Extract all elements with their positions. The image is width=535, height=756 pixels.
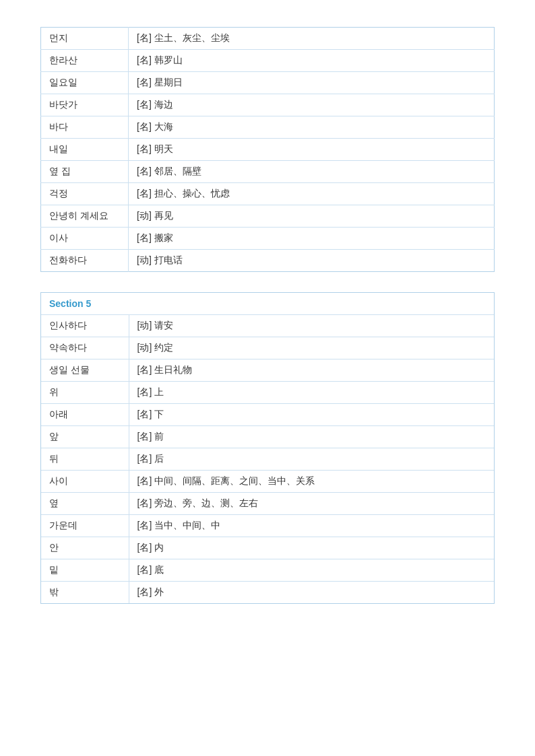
vocabulary-table-1: 먼지[名] 尘土、灰尘、尘埃한라산[名] 韩罗山일요일[名] 星期日바닷가[名]… (40, 27, 495, 272)
section5-table: 인사하다[动] 请安약속하다[动] 约定생일 선물[名] 生日礼物위[名] 上아… (41, 315, 494, 603)
table-row: 안녕히 계세요[动] 再见 (41, 205, 495, 228)
chinese-definition: [名] 下 (129, 404, 494, 426)
chinese-definition: [名] 星期日 (129, 72, 495, 94)
chinese-definition: [名] 搬家 (129, 228, 495, 250)
korean-term: 인사하다 (41, 315, 129, 337)
table-row: 인사하다[动] 请安 (41, 315, 494, 337)
chinese-definition: [名] 韩罗山 (129, 50, 495, 72)
korean-term: 밑 (41, 559, 129, 582)
table-row: 위[名] 上 (41, 382, 494, 404)
korean-term: 약속하다 (41, 337, 129, 359)
korean-term: 한라산 (41, 50, 129, 72)
table-row: 옆 집[名] 邻居、隔壁 (41, 161, 495, 183)
chinese-definition: [动] 再见 (129, 205, 495, 228)
section5-title: Section 5 (41, 293, 494, 315)
chinese-definition: [名] 海边 (129, 94, 495, 116)
korean-term: 안녕히 계세요 (41, 205, 129, 228)
table-row: 전화하다[动] 打电话 (41, 250, 495, 272)
chinese-definition: [名] 底 (129, 559, 494, 582)
chinese-definition: [名] 生日礼物 (129, 359, 494, 382)
korean-term: 내일 (41, 139, 129, 161)
table-row: 바다[名] 大海 (41, 116, 495, 139)
korean-term: 옆 집 (41, 161, 129, 183)
chinese-definition: [名] 前 (129, 426, 494, 448)
chinese-definition: [动] 请安 (129, 315, 494, 337)
chinese-definition: [名] 当中、中间、中 (129, 515, 494, 537)
korean-term: 아래 (41, 404, 129, 426)
korean-term: 가운데 (41, 515, 129, 537)
section5-block: Section 5 인사하다[动] 请安약속하다[动] 约定생일 선물[名] 生… (40, 292, 495, 604)
korean-term: 생일 선물 (41, 359, 129, 382)
korean-term: 이사 (41, 228, 129, 250)
table-row: 앞[名] 前 (41, 426, 494, 448)
korean-term: 먼지 (41, 28, 129, 50)
table-row: 가운데[名] 当中、中间、中 (41, 515, 494, 537)
chinese-definition: [名] 中间、间隔、距离、之间、当中、关系 (129, 471, 494, 493)
korean-term: 바다 (41, 116, 129, 139)
table-row: 바닷가[名] 海边 (41, 94, 495, 116)
table-row: 한라산[名] 韩罗山 (41, 50, 495, 72)
chinese-definition: [动] 约定 (129, 337, 494, 359)
table-row: 밖[名] 外 (41, 582, 494, 604)
korean-term: 위 (41, 382, 129, 404)
chinese-definition: [名] 内 (129, 537, 494, 559)
table-row: 뒤[名] 后 (41, 448, 494, 471)
korean-term: 밖 (41, 582, 129, 604)
table-row: 일요일[名] 星期日 (41, 72, 495, 94)
korean-term: 안 (41, 537, 129, 559)
table-row: 먼지[名] 尘土、灰尘、尘埃 (41, 28, 495, 50)
chinese-definition: [名] 大海 (129, 116, 495, 139)
chinese-definition: [名] 旁边、旁、边、测、左右 (129, 493, 494, 515)
table-row: 약속하다[动] 约定 (41, 337, 494, 359)
korean-term: 앞 (41, 426, 129, 448)
chinese-definition: [名] 尘土、灰尘、尘埃 (129, 28, 495, 50)
korean-term: 걱정 (41, 183, 129, 205)
table-row: 사이[名] 中间、间隔、距离、之间、当中、关系 (41, 471, 494, 493)
table-row: 생일 선물[名] 生日礼物 (41, 359, 494, 382)
korean-term: 바닷가 (41, 94, 129, 116)
chinese-definition: [名] 外 (129, 582, 494, 604)
korean-term: 사이 (41, 471, 129, 493)
korean-term: 전화하다 (41, 250, 129, 272)
table-row: 밑[名] 底 (41, 559, 494, 582)
chinese-definition: [名] 邻居、隔壁 (129, 161, 495, 183)
korean-term: 일요일 (41, 72, 129, 94)
chinese-definition: [名] 后 (129, 448, 494, 471)
chinese-definition: [名] 明天 (129, 139, 495, 161)
table-row: 내일[名] 明天 (41, 139, 495, 161)
table-row: 옆[名] 旁边、旁、边、测、左右 (41, 493, 494, 515)
chinese-definition: [名] 担心、操心、忧虑 (129, 183, 495, 205)
korean-term: 옆 (41, 493, 129, 515)
chinese-definition: [名] 上 (129, 382, 494, 404)
table-row: 아래[名] 下 (41, 404, 494, 426)
korean-term: 뒤 (41, 448, 129, 471)
table-row: 걱정[名] 担心、操心、忧虑 (41, 183, 495, 205)
table-row: 안[名] 内 (41, 537, 494, 559)
table-row: 이사[名] 搬家 (41, 228, 495, 250)
chinese-definition: [动] 打电话 (129, 250, 495, 272)
